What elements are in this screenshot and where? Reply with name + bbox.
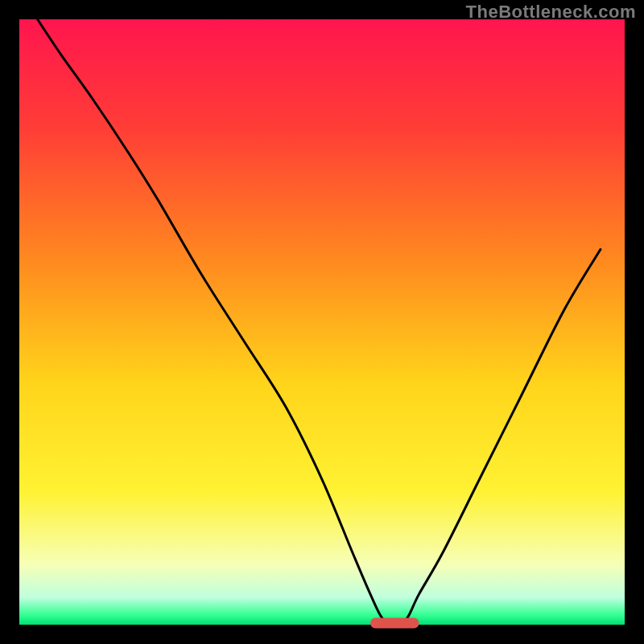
chart-container: TheBottleneck.com bbox=[0, 0, 644, 644]
watermark-text: TheBottleneck.com bbox=[466, 2, 636, 23]
bottleneck-chart bbox=[0, 0, 644, 644]
chart-gradient-bg bbox=[19, 19, 625, 625]
optimum-marker bbox=[370, 618, 419, 629]
